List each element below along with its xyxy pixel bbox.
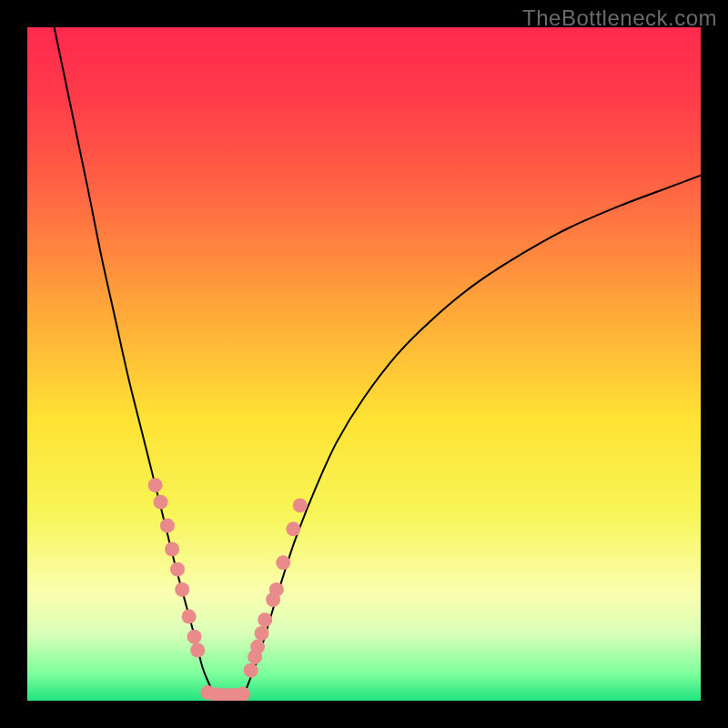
outer-frame: TheBottleneck.com <box>0 0 728 728</box>
marker-dot <box>175 582 189 597</box>
left-curve <box>55 27 217 697</box>
marker-dot <box>182 610 197 624</box>
marker-dot <box>165 542 179 557</box>
marker-dot <box>190 643 205 658</box>
marker-dot <box>244 663 258 678</box>
right-curve <box>243 176 701 698</box>
marker-dot <box>187 630 202 644</box>
marker-dot <box>148 478 163 492</box>
marker-dot <box>286 521 300 536</box>
marker-dot <box>154 495 168 510</box>
marker-dot <box>269 582 284 597</box>
marker-dot <box>293 498 308 512</box>
marker-dot <box>170 562 185 577</box>
marker-dot <box>255 626 269 641</box>
plot-area <box>27 27 701 701</box>
marker-dot <box>258 612 272 627</box>
marker-dot <box>276 555 290 570</box>
marker-dot <box>236 687 250 701</box>
marker-dot <box>250 640 265 654</box>
chart-svg <box>27 27 701 701</box>
marker-dot <box>160 519 175 533</box>
marker-group <box>148 478 308 701</box>
